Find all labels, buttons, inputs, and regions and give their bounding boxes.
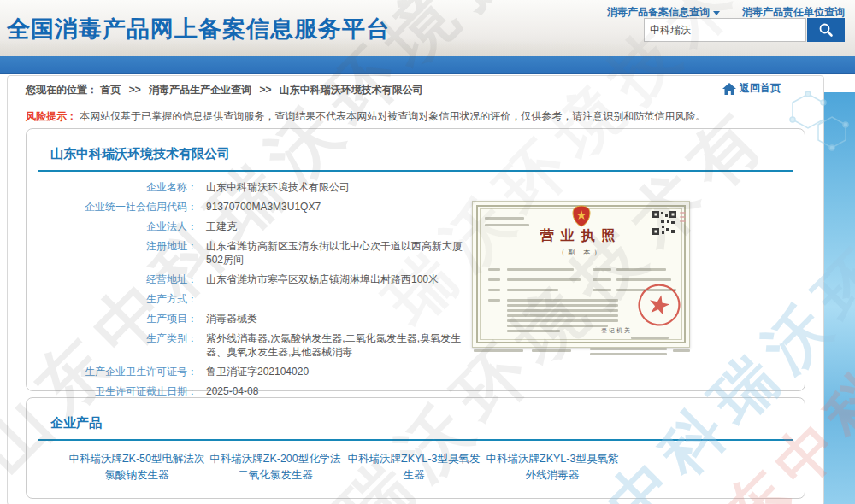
license-body-line <box>507 319 618 322</box>
field-value: 91370700MA3M3U1QX7 <box>206 200 321 214</box>
field-row: 经营地址： 山东省潍坊市寒亭区双杨店镇湖淋埠出村路西100米 <box>27 273 492 286</box>
license-caption <box>673 349 690 352</box>
field-label: 经营地址： <box>27 273 198 286</box>
field-value: 山东中科瑞沃环境技术有限公司 <box>206 180 350 194</box>
products-row: 中科瑞沃牌ZK-50型电解法次氯酸钠发生器 中科瑞沃牌ZK-200型化学法二氧化… <box>68 451 622 484</box>
product-link-zk50[interactable]: 中科瑞沃牌ZK-50型电解法次氯酸钠发生器 <box>68 451 206 484</box>
red-seal-icon <box>636 282 682 328</box>
field-label: 企业统一社会信用代码： <box>27 200 198 214</box>
product-link-zk200[interactable]: 中科瑞沃牌ZK-200型化学法二氧化氯发生器 <box>206 451 345 484</box>
license-body-line <box>507 309 618 312</box>
license-body-line <box>488 268 500 271</box>
risk-notice: 风险提示： 本网站仅基于已掌握的信息提供查询服务，查询结果不代表本网站对被查询对… <box>26 109 705 124</box>
license-title: 营业执照 <box>473 227 689 245</box>
return-home-link[interactable]: 返回首页 <box>722 81 781 96</box>
license-body-line <box>593 278 611 281</box>
license-serial <box>680 216 686 218</box>
site-title: 全国消毒产品网上备案信息服务平台 <box>7 14 390 44</box>
field-row: 企业统一社会信用代码： 91370700MA3M3U1QX7 <box>27 200 492 214</box>
field-row: 注册地址： 山东省潍坊高新区玉清东街以北中心次干道以西高新大厦502房间 <box>27 239 492 267</box>
breadcrumb-separator: >> <box>129 84 141 96</box>
chevron-down-icon <box>713 11 720 15</box>
license-body-line <box>488 289 500 291</box>
header-accent-bar <box>0 56 855 74</box>
breadcrumb: 您现在的位置： 首页 >> 消毒产品生产企业查询 >> 山东中科瑞沃环境技术有限… <box>26 83 423 97</box>
license-body-line <box>616 268 666 271</box>
return-home-label: 返回首页 <box>740 81 781 96</box>
business-license-image: 营业执照 （副 本） <box>472 201 690 360</box>
field-value: 王建克 <box>206 220 237 233</box>
national-emblem-icon <box>571 205 592 227</box>
dashed-separator <box>17 103 804 103</box>
field-value: 2025-04-08 <box>206 384 258 398</box>
field-label: 企业法人： <box>27 220 198 233</box>
breadcrumb-link-enterprise-query[interactable]: 消毒产品生产企业查询 <box>149 84 251 96</box>
license-body-line <box>507 289 558 291</box>
license-caption <box>590 353 667 355</box>
title-rule <box>38 170 793 172</box>
field-label: 卫生许可证截止日期： <box>27 384 198 398</box>
field-row: 生产类别： 紫外线消毒器,次氯酸钠发生器,二氧化氯发生器,臭氧发生器、臭氧水发生… <box>27 331 492 359</box>
license-serial <box>680 212 686 214</box>
license-body-line <box>507 314 618 317</box>
decorative-side-image <box>823 92 855 504</box>
home-icon <box>722 83 736 95</box>
risk-notice-prefix: 风险提示： <box>26 110 77 122</box>
field-value: 消毒器械类 <box>206 312 257 325</box>
license-issuer-label: 登记机关 <box>601 326 632 335</box>
risk-notice-text: 本网站仅基于已掌握的信息提供查询服务，查询结果不代表本网站对被查询对象信用状况的… <box>80 110 705 122</box>
license-body-line <box>488 299 500 302</box>
license-fine-print <box>485 217 524 220</box>
field-label: 生产企业卫生许可证号： <box>27 365 198 378</box>
field-value: 鲁卫消证字202104020 <box>206 365 309 378</box>
license-subtitle: （副 本） <box>473 248 689 257</box>
license-body-line <box>507 268 574 271</box>
field-value: 山东省潍坊市寒亭区双杨店镇湖淋埠出村路西100米 <box>206 273 439 286</box>
breadcrumb-link-home[interactable]: 首页 <box>100 84 121 96</box>
products-title: 企业产品 <box>50 415 102 431</box>
breadcrumb-current: 山东中科瑞沃环境技术有限公司 <box>280 84 423 96</box>
field-label: 企业名称： <box>27 180 198 194</box>
title-rule <box>38 439 793 441</box>
field-row: 生产方式： <box>27 292 492 306</box>
license-body-line <box>507 304 618 307</box>
license-body-line <box>593 289 611 291</box>
license-body-line <box>507 278 581 281</box>
field-row: 生产企业卫生许可证号： 鲁卫消证字202104020 <box>27 365 492 378</box>
search-button[interactable] <box>807 18 845 42</box>
field-row: 企业法人： 王建克 <box>27 220 492 233</box>
field-row: 卫生许可证截止日期： 2025-04-08 <box>27 384 492 398</box>
license-date-line <box>631 337 669 339</box>
breadcrumb-separator: >> <box>259 84 271 96</box>
header: 全国消毒产品网上备案信息服务平台 消毒产品备案信息查询 消毒产品责任单位查询 <box>0 0 855 56</box>
license-caption <box>474 349 523 352</box>
license-body-line <box>507 330 560 332</box>
field-value: 山东省潍坊高新区玉清东街以北中心次干道以西高新大厦502房间 <box>206 239 478 267</box>
license-body-line <box>507 325 608 327</box>
field-value: 紫外线消毒器,次氯酸钠发生器,二氧化氯发生器,臭氧发生器、臭氧水发生器,其他器械… <box>206 331 478 359</box>
company-fields: 企业名称： 山东中科瑞沃环境技术有限公司 企业统一社会信用代码： 9137070… <box>27 180 492 404</box>
license-caption <box>590 348 667 350</box>
license-body-line <box>593 268 611 271</box>
field-label: 生产项目： <box>27 312 198 325</box>
field-label: 生产方式： <box>27 292 198 306</box>
search-input[interactable] <box>644 18 806 42</box>
product-link-zkyl3-uv[interactable]: 中科瑞沃牌ZKYL-3型臭氧紫外线消毒器 <box>483 451 622 484</box>
company-title: 山东中科瑞沃环境技术有限公司 <box>50 146 230 162</box>
breadcrumb-prefix: 您现在的位置： <box>26 84 97 96</box>
product-link-zkyl3-ozone[interactable]: 中科瑞沃牌ZKYL-3型臭氧发生器 <box>345 451 483 484</box>
field-label: 注册地址： <box>27 239 198 267</box>
field-label: 生产类别： <box>27 331 198 359</box>
license-fine-print <box>485 224 529 226</box>
license-body-line <box>507 299 618 302</box>
license-body-line <box>488 278 500 281</box>
field-row: 生产项目： 消毒器械类 <box>27 312 492 325</box>
license-paper: 营业执照 （副 本） <box>472 201 690 348</box>
license-caption <box>532 349 571 352</box>
page: 全国消毒产品网上备案信息服务平台 消毒产品备案信息查询 消毒产品责任单位查询 <box>0 0 855 504</box>
search-icon <box>818 22 834 38</box>
license-serial <box>680 220 686 222</box>
products-box: 企业产品 中科瑞沃牌ZK-50型电解法次氯酸钠发生器 中科瑞沃牌ZK-200型化… <box>26 397 805 499</box>
company-info-box: 山东中科瑞沃环境技术有限公司 企业名称： 山东中科瑞沃环境技术有限公司 企业统一… <box>26 128 805 391</box>
field-row: 企业名称： 山东中科瑞沃环境技术有限公司 <box>27 180 492 194</box>
